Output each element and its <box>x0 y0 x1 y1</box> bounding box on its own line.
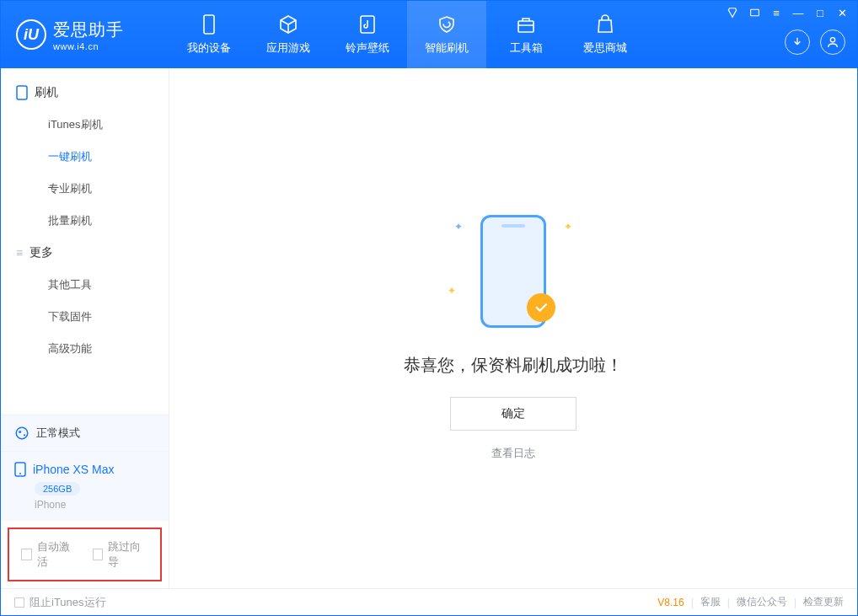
sidebar-item-download-firmware[interactable]: 下载固件 <box>1 301 169 333</box>
header-actions <box>785 29 845 55</box>
device-phone-icon <box>14 462 26 477</box>
device-info-panel[interactable]: iPhone XS Max 256GB iPhone <box>1 451 169 521</box>
logo-icon: iU <box>16 19 46 50</box>
svg-rect-2 <box>518 21 534 32</box>
window-controls: ≡ — □ ✕ <box>726 6 849 19</box>
svg-point-10 <box>19 473 21 474</box>
sidebar: 刷机 iTunes刷机 一键刷机 专业刷机 批量刷机 ≡ 更多 其他工具 下载固… <box>1 68 169 588</box>
sidebar-section-flash: 刷机 <box>1 77 169 109</box>
mode-icon <box>14 426 29 441</box>
svg-rect-5 <box>17 86 27 99</box>
version-label: V8.16 <box>657 597 684 608</box>
toolbox-icon <box>515 13 537 35</box>
checkbox-block-itunes[interactable]: 阻止iTunes运行 <box>14 595 106 610</box>
success-message: 恭喜您，保资料刷机成功啦！ <box>404 354 623 377</box>
svg-point-7 <box>19 431 21 433</box>
music-icon <box>357 13 378 35</box>
tab-ringtone-wallpaper[interactable]: 铃声壁纸 <box>328 1 407 68</box>
device-name: iPhone XS Max <box>33 463 115 476</box>
tab-smart-flash[interactable]: 智能刷机 <box>407 1 486 68</box>
status-bar: 阻止iTunes运行 V8.16 | 客服 | 微信公众号 | 检查更新 <box>1 588 857 615</box>
menu-icon[interactable]: ≡ <box>770 6 783 19</box>
sparkle-icon: ✦ <box>564 221 572 233</box>
checkbox-icon <box>93 549 104 560</box>
checkbox-icon <box>21 549 32 560</box>
minimize-button[interactable]: — <box>791 6 805 19</box>
logo: iU 爱思助手 www.i4.cn <box>1 1 169 68</box>
sparkle-icon: ✦ <box>448 285 456 297</box>
tab-apps-games[interactable]: 应用游戏 <box>249 1 328 68</box>
footer-wechat[interactable]: 微信公众号 <box>737 595 787 609</box>
device-model: iPhone <box>35 499 155 511</box>
confirm-button[interactable]: 确定 <box>450 397 576 431</box>
app-window: iU 爱思助手 www.i4.cn 我的设备 应用游戏 铃声壁纸 智能刷机 <box>0 0 858 616</box>
check-badge-icon <box>527 293 555 322</box>
main-panel: ✦ ✦ ✦ 恭喜您，保资料刷机成功啦！ 确定 查看日志 <box>169 68 857 588</box>
svg-rect-3 <box>750 9 759 16</box>
phone-icon <box>16 85 28 100</box>
view-log-link[interactable]: 查看日志 <box>491 446 535 461</box>
checkbox-auto-activate[interactable]: 自动激活 <box>21 539 78 570</box>
more-icon: ≡ <box>16 246 23 260</box>
device-storage: 256GB <box>35 482 80 495</box>
footer-support[interactable]: 客服 <box>700 595 721 609</box>
feedback-icon[interactable] <box>748 6 761 19</box>
body: 刷机 iTunes刷机 一键刷机 专业刷机 批量刷机 ≡ 更多 其他工具 下载固… <box>1 68 857 588</box>
sidebar-item-itunes-flash[interactable]: iTunes刷机 <box>1 109 169 141</box>
header: iU 爱思助手 www.i4.cn 我的设备 应用游戏 铃声壁纸 智能刷机 <box>1 1 857 68</box>
sidebar-section-more: ≡ 更多 <box>1 237 169 269</box>
sidebar-item-oneclick-flash[interactable]: 一键刷机 <box>1 141 169 173</box>
svg-point-8 <box>24 434 25 436</box>
sidebar-item-advanced[interactable]: 高级功能 <box>1 333 169 365</box>
cube-icon <box>277 13 299 35</box>
bag-icon <box>594 13 616 35</box>
checkbox-icon <box>14 597 24 608</box>
svg-point-4 <box>830 38 834 42</box>
footer-check-update[interactable]: 检查更新 <box>803 595 844 609</box>
sparkle-icon: ✦ <box>454 221 463 233</box>
svg-rect-0 <box>204 15 214 34</box>
close-button[interactable]: ✕ <box>835 6 849 19</box>
maximize-button[interactable]: □ <box>813 6 827 19</box>
success-illustration: ✦ ✦ ✦ <box>437 196 589 347</box>
user-button[interactable] <box>820 29 845 55</box>
device-icon <box>198 13 220 35</box>
theme-icon[interactable] <box>726 6 739 19</box>
device-mode-panel[interactable]: 正常模式 <box>1 415 169 451</box>
sidebar-item-batch-flash[interactable]: 批量刷机 <box>1 205 169 237</box>
sidebar-item-other-tools[interactable]: 其他工具 <box>1 269 169 301</box>
svg-point-6 <box>16 427 28 439</box>
tab-my-device[interactable]: 我的设备 <box>169 1 249 68</box>
download-button[interactable] <box>785 29 810 55</box>
tab-toolbox[interactable]: 工具箱 <box>486 1 566 68</box>
mode-label: 正常模式 <box>36 426 80 441</box>
app-name: 爱思助手 <box>53 19 124 41</box>
app-url: www.i4.cn <box>53 41 124 51</box>
tab-store[interactable]: 爱思商城 <box>566 1 645 68</box>
flash-options-row: 自动激活 跳过向导 <box>8 528 162 581</box>
refresh-shield-icon <box>436 13 458 35</box>
sidebar-item-pro-flash[interactable]: 专业刷机 <box>1 173 169 205</box>
checkbox-skip-guide[interactable]: 跳过向导 <box>93 539 149 570</box>
